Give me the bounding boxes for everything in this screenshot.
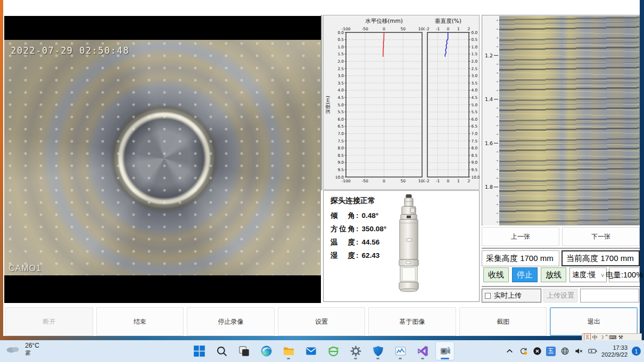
- probe-reading-label: 方位角: [331, 224, 355, 234]
- task-view-icon[interactable]: [235, 342, 253, 360]
- reel-in-button[interactable]: 收线: [483, 267, 509, 282]
- toolbar-button-设置[interactable]: 设置: [278, 307, 366, 336]
- reel-out-button[interactable]: 放线: [541, 267, 566, 282]
- taskbar-tray: 五17:332022/9/221: [505, 340, 641, 362]
- taskbar-app-icons: [190, 342, 454, 360]
- network-globe-icon[interactable]: [560, 347, 569, 356]
- running-indicator: [376, 358, 379, 359]
- probe-reading-colon: :: [356, 238, 359, 246]
- svg-text:100: 100: [418, 179, 425, 183]
- toolbar-button-断开[interactable]: 断开: [5, 307, 93, 336]
- svg-text:垂直度(%): 垂直度(%): [435, 18, 461, 24]
- camera-label: CAMO1: [9, 264, 42, 273]
- winch-controls-row: 收线 停止 放线 速度:慢 电量:100%: [482, 266, 640, 285]
- svg-text:1.2: 1.2: [485, 53, 493, 58]
- svg-text:9.0: 9.0: [337, 160, 344, 165]
- svg-text:2.5: 2.5: [337, 66, 344, 71]
- camera-app-icon[interactable]: [436, 342, 454, 360]
- toolbar-button-截图[interactable]: 截图: [459, 307, 547, 336]
- defender-icon[interactable]: [369, 342, 387, 360]
- vertical-splitter[interactable]: [321, 15, 323, 190]
- svg-text:2: 2: [468, 27, 470, 31]
- svg-text:50: 50: [400, 27, 406, 31]
- start-icon[interactable]: [190, 342, 208, 360]
- probe-reading-label: 温度: [331, 238, 355, 247]
- upload-row: 实时上传 上传设置: [482, 286, 640, 302]
- app-window: RSM-DCT(E)钻孔电视采集软件 V1.0.220809 主机固件版本:03…: [3, 0, 640, 336]
- svg-text:2: 2: [468, 179, 470, 183]
- probe-reading-row: 方位角:350.08°: [331, 224, 386, 234]
- svg-text:6.5: 6.5: [337, 124, 344, 129]
- svg-text:4.0: 4.0: [337, 88, 344, 92]
- svg-text:8.5: 8.5: [337, 153, 344, 158]
- upload-status-field: [580, 289, 639, 302]
- svg-text:6.5: 6.5: [472, 124, 478, 129]
- upload-settings-button[interactable]: 上传设置: [543, 289, 577, 302]
- sync-icon[interactable]: [518, 347, 528, 356]
- file-explorer-icon[interactable]: [279, 342, 298, 360]
- toolbar-button-停止录像[interactable]: 停止录像: [187, 307, 275, 336]
- depth-ruler: 1.21.41.61.8: [483, 16, 499, 225]
- svg-text:8.0: 8.0: [472, 146, 478, 150]
- search-icon[interactable]: [212, 342, 230, 360]
- clock-date: 2022/9/22: [601, 351, 628, 358]
- borehole-wall-image: [499, 16, 639, 225]
- svg-text:50: 50: [400, 179, 406, 183]
- svg-text:-50: -50: [362, 27, 368, 31]
- camera-timestamp: 2022-07-29 02:50:48: [11, 45, 129, 56]
- notification-badge[interactable]: 1: [632, 347, 641, 356]
- toolbar-button-基于图像[interactable]: 基于图像: [368, 307, 456, 336]
- volume-muted-icon[interactable]: [574, 347, 583, 356]
- quit-x-icon[interactable]: [532, 347, 542, 356]
- svg-text:100: 100: [418, 27, 425, 31]
- svg-text:水平位移(mm): 水平位移(mm): [365, 18, 403, 24]
- probe-illustration: [383, 193, 434, 300]
- svg-text:-1: -1: [436, 179, 440, 183]
- visual-studio-icon[interactable]: [414, 342, 432, 360]
- previous-image-button[interactable]: 上一张: [482, 227, 559, 246]
- svg-text:9.5: 9.5: [472, 167, 478, 172]
- svg-text:4.0: 4.0: [472, 88, 478, 92]
- mail-icon[interactable]: [302, 342, 320, 360]
- svg-text:-100: -100: [341, 179, 350, 183]
- internet-explorer-icon[interactable]: [324, 342, 342, 360]
- toolbar-button-退出[interactable]: 退出: [550, 307, 638, 336]
- svg-text:1.6: 1.6: [485, 140, 493, 146]
- svg-text:4.5: 4.5: [472, 95, 478, 100]
- svg-text:1.5: 1.5: [337, 52, 344, 56]
- probe-reading-label: 倾角: [331, 211, 355, 221]
- svg-text:7.0: 7.0: [337, 131, 344, 136]
- stop-button[interactable]: 停止: [512, 267, 538, 282]
- probe-reading-row: 温度:44.56: [331, 238, 386, 247]
- battery-icon[interactable]: [588, 347, 597, 356]
- svg-text:9.0: 9.0: [472, 160, 478, 165]
- speed-dropdown[interactable]: 速度:慢: [569, 267, 607, 282]
- wall-image-area: 1.21.41.61.8: [482, 15, 640, 225]
- svg-text:5.0: 5.0: [472, 103, 478, 107]
- bottom-toolbar: 断开结束停止录像设置基于图像截图退出: [5, 307, 638, 336]
- next-image-button[interactable]: 下一张: [562, 227, 640, 246]
- svg-text:8.5: 8.5: [472, 153, 478, 158]
- svg-text:5.5: 5.5: [337, 110, 344, 114]
- realtime-upload-checkbox[interactable]: 实时上传: [482, 289, 541, 302]
- svg-text:6.0: 6.0: [472, 117, 478, 122]
- weather-temperature: 26°C: [25, 342, 39, 349]
- running-indicator: [287, 358, 290, 359]
- settings-icon[interactable]: [346, 342, 365, 360]
- edge-icon[interactable]: [257, 342, 275, 360]
- svg-text:0: 0: [383, 179, 385, 183]
- svg-text:1: 1: [457, 179, 460, 183]
- collect-height-display: 采集高度 1700 mm: [482, 250, 559, 266]
- task-manager-icon[interactable]: [391, 342, 409, 360]
- ime-indicator[interactable]: 五: [546, 347, 556, 356]
- svg-text:0: 0: [447, 179, 450, 183]
- taskbar-clock[interactable]: 17:332022/9/22: [601, 344, 628, 358]
- svg-text:9.5: 9.5: [337, 167, 344, 172]
- charts-panel: 0.00.51.01.52.02.53.03.54.04.55.05.56.06…: [323, 15, 480, 190]
- taskbar-weather-widget[interactable]: 26°C 雾: [5, 342, 39, 357]
- toolbar-button-结束[interactable]: 结束: [96, 307, 184, 336]
- chevron-up-icon[interactable]: [505, 347, 514, 356]
- svg-text:3.5: 3.5: [472, 81, 478, 86]
- current-height-display: 当前高度 1700 mm: [562, 250, 640, 266]
- svg-text:3.0: 3.0: [337, 73, 344, 78]
